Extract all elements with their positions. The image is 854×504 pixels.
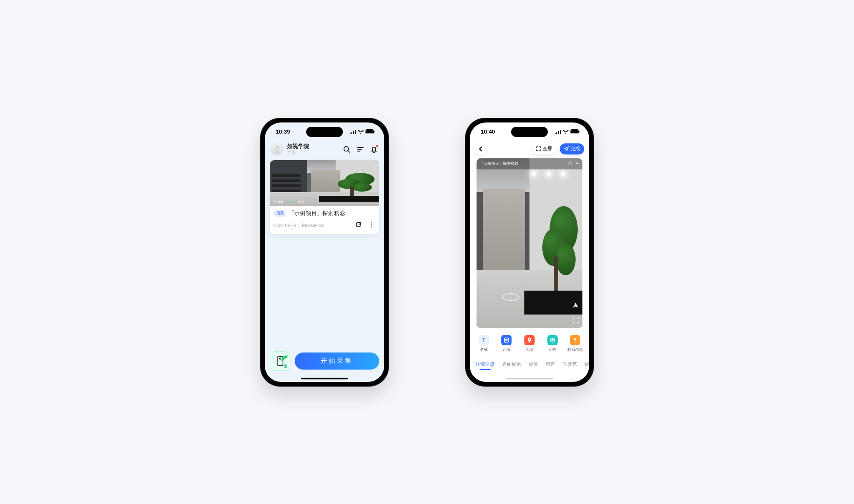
svg-rect-17 [571, 130, 578, 133]
done-button[interactable]: 完成 [560, 143, 584, 154]
home-header: 如视学院 个人 [265, 141, 384, 160]
start-capture-button[interactable]: 开始采集 [295, 353, 379, 370]
svg-text:T: T [483, 338, 485, 343]
svg-line-5 [348, 151, 350, 152]
svg-point-12 [371, 224, 372, 225]
dynamic-island [511, 127, 548, 137]
svg-rect-2 [374, 131, 375, 133]
bell-icon[interactable] [370, 145, 378, 154]
home-indicator[interactable] [301, 378, 348, 379]
wifi-icon [563, 130, 569, 134]
action-intro[interactable]: 介绍 [497, 335, 516, 353]
back-button[interactable] [475, 143, 487, 155]
nav-arrow-icon[interactable] [572, 302, 579, 309]
preview-topbar: 「示例项目」探索精彩 ⓘ ➦ [477, 158, 582, 169]
tab-detail[interactable]: 详情信息 [476, 361, 494, 370]
status-time: 10:40 [481, 128, 495, 135]
user-subtitle: 个人 [287, 150, 339, 155]
svg-rect-20 [504, 338, 509, 342]
svg-point-3 [275, 146, 279, 149]
svg-point-4 [344, 146, 348, 151]
action-address[interactable]: 地址 [520, 335, 539, 353]
project-thumbnail: ◎ 263 ▲ 72 ✉ 0 [270, 160, 379, 206]
battery-icon [366, 129, 375, 134]
tab-mosaic[interactable]: 马赛克 [563, 361, 577, 370]
card-stats: ◎ 263 ▲ 72 ✉ 0 [273, 200, 304, 204]
cellular-icon [349, 130, 356, 134]
avatar[interactable] [271, 143, 284, 156]
wifi-icon [358, 130, 364, 134]
action-name[interactable]: T 名称 [474, 335, 493, 353]
svg-rect-9 [357, 222, 360, 226]
home-indicator[interactable] [506, 378, 553, 379]
expand-icon[interactable] [572, 317, 579, 324]
info-icon[interactable]: ⓘ [568, 161, 572, 166]
notification-dot [376, 145, 378, 147]
action-orientation[interactable]: 朝向 [543, 335, 562, 353]
share-icon[interactable] [355, 221, 362, 230]
status-badge: 活跃 [274, 210, 286, 217]
sort-icon[interactable] [356, 145, 365, 154]
svg-point-23 [529, 338, 530, 340]
cellular-icon [554, 130, 561, 134]
project-card[interactable]: ◎ 263 ▲ 72 ✉ 0 活跃 「示例项目」探索精彩 2022-09-29 … [270, 160, 379, 234]
tab-tag[interactable]: 标签 [529, 361, 538, 370]
preview-title: 「示例项目」探索精彩 [480, 161, 518, 166]
battery-icon [570, 129, 580, 134]
svg-rect-1 [366, 130, 373, 133]
tab-message[interactable]: 留言 [546, 361, 555, 370]
action-contact[interactable]: 联系信息 [566, 335, 585, 353]
svg-point-13 [371, 226, 372, 227]
svg-point-25 [574, 338, 576, 340]
more-icon[interactable] [368, 221, 375, 230]
tabs-row: 详情信息 界面展示 标签 留言 马赛克 标 [470, 355, 589, 370]
share-arrow-icon[interactable]: ➦ [576, 161, 579, 166]
status-time: 10:39 [276, 128, 290, 135]
search-icon[interactable] [342, 145, 351, 154]
svg-point-11 [371, 222, 372, 223]
device-status-chip[interactable] [270, 351, 290, 371]
svg-rect-18 [579, 131, 580, 133]
action-icon-row: T 名称 介绍 地址 朝向 联系信息 [470, 328, 589, 355]
card-title: 「示例项目」探索精彩 [289, 210, 345, 217]
fullscreen-button[interactable]: 全屏 [532, 143, 556, 154]
card-meta: 2022-09-29 | Realsee G1 [274, 223, 325, 228]
dynamic-island [306, 127, 343, 137]
vr-preview[interactable]: 「示例项目」探索精彩 ⓘ ➦ [477, 158, 582, 328]
check-icon [283, 364, 288, 369]
tab-display[interactable]: 界面展示 [502, 361, 521, 370]
tab-more[interactable]: 标 [585, 361, 589, 370]
user-name: 如视学院 [287, 143, 339, 150]
